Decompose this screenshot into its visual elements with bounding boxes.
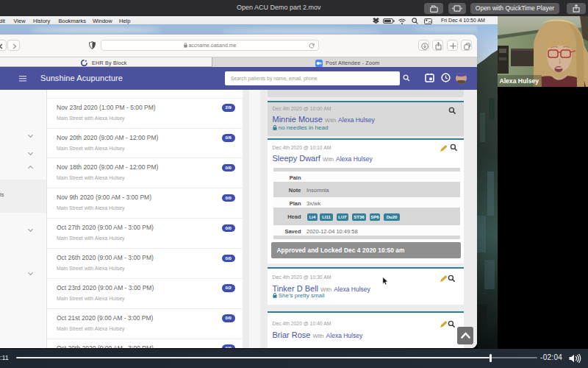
svg-text:Alexa Hulsey: Alexa Hulsey [500,77,539,85]
